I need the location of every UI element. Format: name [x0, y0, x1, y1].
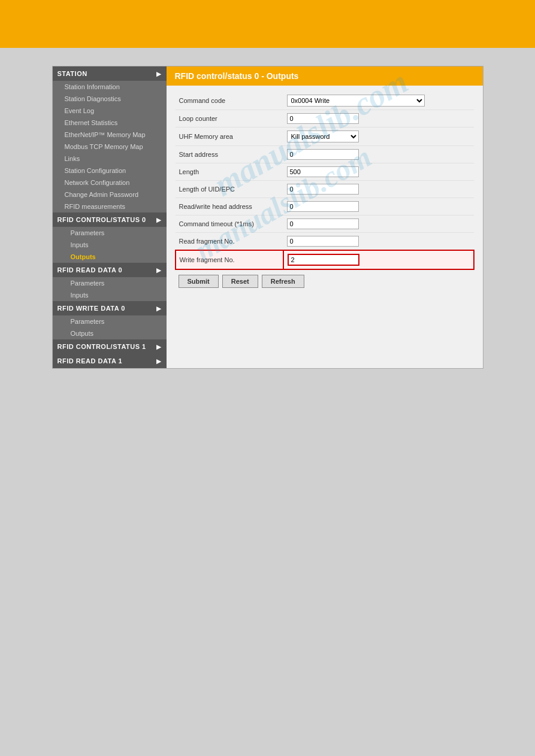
field-value-2[interactable]: Kill passwordAccess passwordEPCTIDUser: [283, 127, 474, 146]
field-label-3: Start address: [176, 146, 283, 163]
sidebar-section-rfid-read-0[interactable]: RFID READ DATA 0 ▶: [53, 263, 167, 277]
field-label-2: UHF Memory area: [176, 127, 283, 146]
sidebar-subitem-rfid0-parameters[interactable]: Parameters: [53, 227, 167, 239]
field-value-9[interactable]: [283, 250, 474, 269]
rfid1-arrow-icon: ▶: [156, 344, 162, 350]
sidebar-item-change-admin-password[interactable]: Change Admin Password: [53, 189, 167, 201]
field-label-0: Command code: [176, 92, 283, 110]
main-container: STATION ▶ Station Information Station Di…: [52, 66, 483, 369]
input-3[interactable]: [287, 149, 359, 160]
sidebar-item-ethernetip-memory-map[interactable]: EtherNet/IP™ Memory Map: [53, 129, 167, 141]
sidebar: STATION ▶ Station Information Station Di…: [53, 66, 167, 368]
input-8[interactable]: [287, 236, 359, 247]
input-1[interactable]: [287, 113, 359, 124]
sidebar-item-station-configuration[interactable]: Station Configuration: [53, 165, 167, 177]
sidebar-section-station[interactable]: STATION ▶: [53, 66, 167, 81]
input-4[interactable]: [287, 166, 359, 177]
rfid0-arrow-icon: ▶: [156, 217, 162, 223]
field-value-3[interactable]: [283, 146, 474, 163]
sidebar-section-rfid-control-1[interactable]: RFID CONTROL/STATUS 1 ▶: [53, 339, 167, 354]
sidebar-item-rfid-measurements[interactable]: RFID measurements: [53, 201, 167, 212]
select-small-2[interactable]: Kill passwordAccess passwordEPCTIDUser: [287, 130, 359, 142]
top-bar: [0, 0, 535, 48]
submit-button[interactable]: Submit: [179, 275, 219, 288]
sidebar-section-rfid-control-0[interactable]: RFID CONTROL/STATUS 0 ▶: [53, 212, 167, 227]
field-label-8: Read fragment No.: [176, 233, 283, 251]
reset-button[interactable]: Reset: [222, 275, 258, 288]
sidebar-item-modbus-tcp-memory-map[interactable]: Modbus TCP Memory Map: [53, 141, 167, 153]
sidebar-subitem-rfid0-outputs[interactable]: Outputs: [53, 251, 167, 263]
field-value-6[interactable]: [283, 198, 474, 215]
sidebar-item-ethernet-statistics[interactable]: Ethernet Statistics: [53, 117, 167, 129]
button-row: Submit Reset Refresh: [175, 270, 474, 293]
sidebar-subitem-rfidread0-inputs[interactable]: Inputs: [53, 289, 167, 301]
field-value-5[interactable]: [283, 181, 474, 198]
field-label-7: Command timeout (*1ms): [176, 215, 283, 233]
input-9[interactable]: [288, 254, 359, 266]
field-value-1[interactable]: [283, 110, 474, 127]
sidebar-section-rfid-read-1[interactable]: RFID READ DATA 1 ▶: [53, 354, 167, 368]
field-value-4[interactable]: [283, 163, 474, 181]
sidebar-subitem-rfidwrite0-outputs[interactable]: Outputs: [53, 327, 167, 339]
field-label-4: Length: [176, 163, 283, 181]
sidebar-subitem-rfidwrite0-parameters[interactable]: Parameters: [53, 315, 167, 327]
content-header: RFID control/status 0 - Outputs: [167, 66, 483, 86]
field-value-7[interactable]: [283, 215, 474, 233]
input-7[interactable]: [287, 218, 359, 229]
rfid-write0-arrow-icon: ▶: [156, 305, 162, 312]
input-5[interactable]: [287, 184, 359, 195]
field-label-1: Loop counter: [176, 110, 283, 127]
sidebar-item-event-log[interactable]: Event Log: [53, 105, 167, 117]
content-body: Command code0x0004 Write0x0000 None0x000…: [167, 86, 483, 299]
field-label-9: Write fragment No.: [176, 250, 283, 269]
sidebar-item-network-configuration[interactable]: Network Configuration: [53, 177, 167, 189]
page-title: RFID control/status 0 - Outputs: [175, 71, 299, 81]
field-label-6: Read/write head address: [176, 198, 283, 215]
sidebar-subitem-rfidread0-parameters[interactable]: Parameters: [53, 277, 167, 289]
form-table: Command code0x0004 Write0x0000 None0x000…: [175, 92, 474, 270]
sidebar-item-station-diagnostics[interactable]: Station Diagnostics: [53, 93, 167, 105]
field-label-5: Length of UID/EPC: [176, 181, 283, 198]
select-0[interactable]: 0x0004 Write0x0000 None0x0001 Read: [287, 95, 425, 107]
rfid-read1-arrow-icon: ▶: [156, 358, 162, 365]
sidebar-subitem-rfid0-inputs[interactable]: Inputs: [53, 239, 167, 251]
sidebar-section-rfid-write-0[interactable]: RFID WRITE DATA 0 ▶: [53, 301, 167, 315]
field-value-0[interactable]: 0x0004 Write0x0000 None0x0001 Read: [283, 92, 474, 110]
content-area: RFID control/status 0 - Outputs manualsl…: [167, 66, 483, 368]
station-arrow-icon: ▶: [156, 71, 162, 77]
field-value-8[interactable]: [283, 233, 474, 251]
page-wrapper: STATION ▶ Station Information Station Di…: [0, 48, 535, 387]
rfid-read0-arrow-icon: ▶: [156, 267, 162, 274]
sidebar-item-station-information[interactable]: Station Information: [53, 81, 167, 93]
sidebar-item-links[interactable]: Links: [53, 153, 167, 165]
refresh-button[interactable]: Refresh: [262, 275, 304, 288]
input-6[interactable]: [287, 201, 359, 212]
